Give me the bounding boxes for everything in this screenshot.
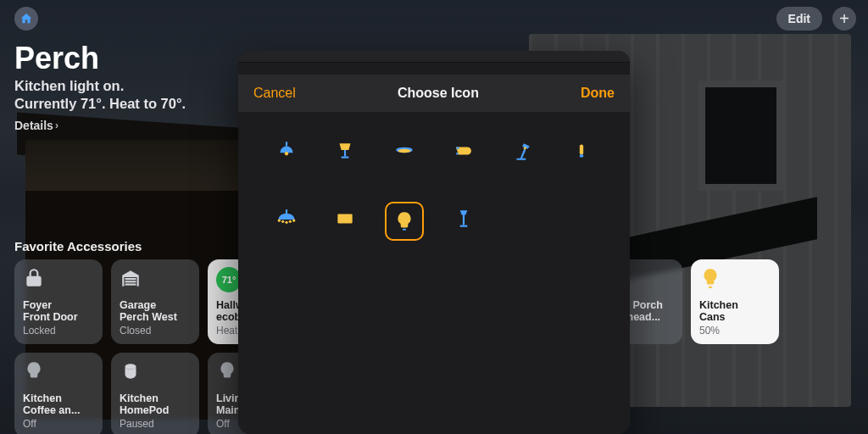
tile-kitchen-coffee[interactable]: Kitchen Coffee an... Off <box>14 353 103 434</box>
svg-point-18 <box>292 220 295 222</box>
svg-point-10 <box>524 147 526 149</box>
tile-name: Kitchen HomePod <box>120 392 191 418</box>
bulb-icon <box>23 360 45 382</box>
cancel-button[interactable]: Cancel <box>253 86 296 101</box>
panel-icon <box>334 208 356 230</box>
svg-rect-1 <box>125 281 136 282</box>
house-icon <box>19 12 33 25</box>
pendant-icon <box>275 140 298 162</box>
tile-foyer-front-door[interactable]: Foyer Front Door Locked <box>14 259 103 344</box>
details-label: Details <box>14 119 53 132</box>
done-button[interactable]: Done <box>581 86 615 101</box>
homepod-icon <box>120 360 142 382</box>
status-line-1: Kitchen light on. <box>14 78 124 94</box>
icon-option-desk-lamp[interactable] <box>497 134 548 168</box>
icon-option-bulb[interactable] <box>385 202 424 241</box>
tile-state: Off <box>23 418 94 430</box>
edit-button[interactable]: Edit <box>776 7 822 31</box>
bulb-icon <box>699 267 721 289</box>
icon-option-lightstrip[interactable] <box>438 134 489 168</box>
chevron-right-icon: › <box>55 120 58 131</box>
recessed-icon <box>393 140 415 162</box>
bulb-icon <box>393 210 415 232</box>
svg-point-3 <box>125 364 136 370</box>
add-button[interactable]: + <box>832 7 856 31</box>
bulb-icon <box>216 360 238 382</box>
svg-point-17 <box>289 220 292 223</box>
lock-icon <box>23 267 45 289</box>
home-name: Perch <box>14 41 99 76</box>
modal-title: Choose Icon <box>398 86 479 101</box>
svg-rect-20 <box>403 229 406 231</box>
svg-rect-6 <box>344 150 346 157</box>
tile-name: Kitchen Coffee an... <box>23 392 94 418</box>
icon-option-recessed[interactable] <box>379 134 430 168</box>
modal-grabber[interactable] <box>238 51 630 63</box>
tile-state: Locked <box>23 325 94 337</box>
icon-option-pendant[interactable] <box>261 134 312 168</box>
svg-rect-19 <box>338 214 353 224</box>
table-lamp-icon <box>334 140 356 162</box>
tile-kitchen-homepod[interactable]: Kitchen HomePod Paused <box>111 353 199 434</box>
modal-header: Cancel Choose Icon Done <box>238 75 630 112</box>
icon-grid <box>238 112 630 263</box>
icon-option-floor-lamp[interactable] <box>438 202 489 236</box>
tile-state: Paused <box>120 418 191 430</box>
favorites-heading: Favorite Accessories <box>14 239 142 253</box>
svg-rect-12 <box>580 154 583 157</box>
svg-rect-7 <box>342 157 349 159</box>
lightstrip-icon <box>453 140 475 162</box>
svg-rect-22 <box>459 225 467 227</box>
svg-rect-11 <box>580 144 583 154</box>
svg-point-15 <box>281 220 284 223</box>
tile-state: Closed <box>120 325 191 337</box>
tile-kitchen-cans[interactable]: Kitchen Cans 50% <box>691 259 779 344</box>
tile-name: Kitchen Cans <box>699 299 771 325</box>
svg-point-14 <box>278 220 281 222</box>
tile-name: Foyer Front Door <box>23 299 94 325</box>
details-button[interactable]: Details › <box>14 119 58 132</box>
edit-label: Edit <box>788 12 810 25</box>
desk-lamp-icon <box>511 140 533 162</box>
small-bulb-icon <box>570 140 593 162</box>
icon-option-table-lamp[interactable] <box>320 134 370 168</box>
plus-icon: + <box>839 10 849 27</box>
choose-icon-modal: Cancel Choose Icon Done <box>238 51 630 434</box>
floor-lamp-icon <box>453 208 475 230</box>
svg-point-16 <box>285 221 287 224</box>
svg-point-5 <box>285 152 288 155</box>
tile-name: Garage Perch West <box>120 299 191 325</box>
svg-rect-2 <box>125 284 136 286</box>
tile-state: 50% <box>699 325 771 337</box>
tile-garage-perch-west[interactable]: Garage Perch West Closed <box>111 259 199 344</box>
garage-icon <box>120 267 142 289</box>
svg-rect-13 <box>286 209 287 214</box>
icon-option-small-bulb[interactable] <box>556 134 607 168</box>
svg-rect-0 <box>125 278 136 280</box>
icon-option-chandelier[interactable] <box>261 202 312 236</box>
chandelier-icon <box>275 208 298 230</box>
icon-option-panel[interactable] <box>320 202 370 236</box>
svg-rect-4 <box>286 142 287 146</box>
home-tab-button[interactable] <box>14 7 38 31</box>
svg-rect-21 <box>463 215 465 225</box>
svg-point-9 <box>398 149 411 153</box>
status-line-2: Currently 71°. Heat to 70°. <box>14 96 186 112</box>
